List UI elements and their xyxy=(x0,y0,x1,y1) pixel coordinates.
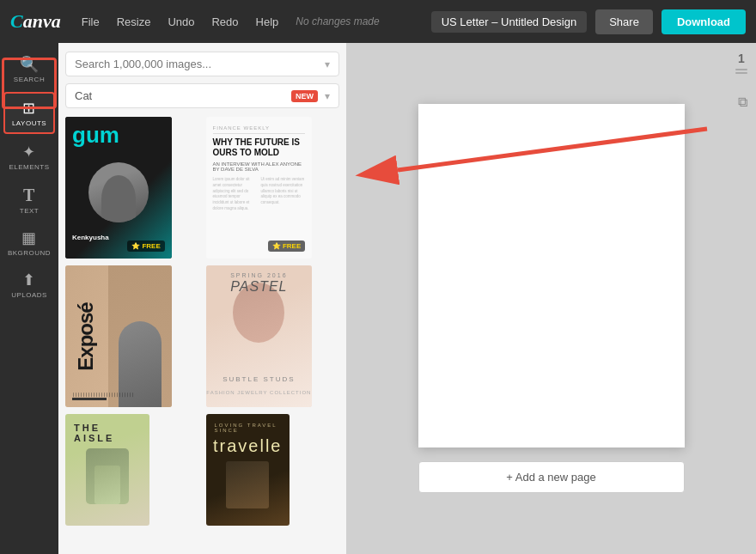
sidebar-label-search: SEARCH xyxy=(14,76,45,83)
gum-title: gum xyxy=(72,124,119,146)
search-chevron-icon: ▾ xyxy=(325,58,330,70)
mag-header: FINANCE WEEKLY xyxy=(213,125,306,134)
sidebar-item-layouts[interactable]: ⊞ LAYOUTS xyxy=(3,92,55,134)
canvas-page xyxy=(418,104,685,447)
sidebar-label-uploads: UPLOADS xyxy=(11,291,47,299)
gum-free-badge: ⭐ FREE xyxy=(127,240,164,252)
new-badge: NEW xyxy=(291,90,318,102)
nav-undo[interactable]: Undo xyxy=(161,12,201,32)
design-title: US Letter – Untitled Design xyxy=(431,11,588,33)
expose-title: Exposé xyxy=(74,302,98,370)
canvas-area: 1 ⧉ + Add a new page xyxy=(346,43,756,554)
nav-resize[interactable]: Resize xyxy=(110,12,158,32)
sidebar-label-text: TEXT xyxy=(20,207,39,215)
travelle-subtitle: LOVING TRAVEL SINCE xyxy=(215,423,282,433)
uploads-icon: ⬆ xyxy=(22,272,36,288)
filter-chevron-icon: ▾ xyxy=(325,90,330,102)
left-sidebar: 🔍 SEARCH ⊞ LAYOUTS ✦ ELEMENTS T TEXT ▦ B… xyxy=(0,43,58,554)
download-button[interactable]: Download xyxy=(662,9,746,34)
sidebar-item-uploads[interactable]: ⬆ UPLOADS xyxy=(3,265,55,304)
pastel-subtitle: SUBTLE STUDS xyxy=(206,375,313,383)
template-card-travelle[interactable]: LOVING TRAVEL SINCE travelle xyxy=(206,414,290,526)
page-number: 1 xyxy=(735,52,747,74)
magazine-free-badge: ⭐ FREE xyxy=(268,240,305,252)
text-icon: T xyxy=(23,186,35,204)
main-layout: 🔍 SEARCH ⊞ LAYOUTS ✦ ELEMENTS T TEXT ▦ B… xyxy=(0,43,756,554)
nav-menu: File Resize Undo Redo Help No changes ma… xyxy=(75,12,431,32)
filter-bar[interactable]: Cat NEW ▾ xyxy=(65,83,339,108)
elements-icon: ✦ xyxy=(22,144,36,160)
background-icon: ▦ xyxy=(21,230,37,246)
template-card-magazine[interactable]: FINANCE WEEKLY WHY THE FUTURE ISOURS TO … xyxy=(206,117,313,259)
page-num-label: 1 xyxy=(738,52,745,65)
sidebar-label-layouts: LAYOUTS xyxy=(12,119,46,127)
travelle-title: travelle xyxy=(213,436,282,456)
sidebar-item-search[interactable]: 🔍 SEARCH xyxy=(3,50,55,88)
nav-right: US Letter – Untitled Design Share Downlo… xyxy=(431,9,746,34)
layouts-icon: ⊞ xyxy=(22,100,36,116)
template-grid: gum Kenkyusha ⭐ FREE FINANCE WEEKLY WHY … xyxy=(65,117,339,526)
pastel-title: PASTEL xyxy=(206,279,313,295)
save-status: No changes made xyxy=(296,15,379,27)
sidebar-item-elements[interactable]: ✦ ELEMENTS xyxy=(3,137,55,176)
share-button[interactable]: Share xyxy=(595,9,653,34)
add-page-button[interactable]: + Add a new page xyxy=(418,461,685,493)
filter-text: Cat xyxy=(75,89,291,102)
pastel-header: SPRING 2016 xyxy=(206,272,313,278)
copy-page-icon[interactable]: ⧉ xyxy=(738,94,747,110)
search-bar[interactable]: ▾ xyxy=(65,52,339,76)
aisle-title: THE AISLE xyxy=(74,423,141,443)
gum-subtitle: Kenkyusha xyxy=(72,234,109,241)
nav-redo[interactable]: Redo xyxy=(204,12,245,32)
template-card-gum[interactable]: gum Kenkyusha ⭐ FREE xyxy=(65,117,172,259)
mag-subtitle: AN INTERVIEW WITH ALEX ANYONEBY DAVE DE … xyxy=(213,161,306,172)
sidebar-item-text[interactable]: T TEXT xyxy=(3,180,55,220)
template-card-expose[interactable]: Exposé |||||||||||||||||||||||| xyxy=(65,265,172,407)
template-card-aisle[interactable]: THE AISLE xyxy=(65,414,149,526)
search-icon: 🔍 xyxy=(20,57,40,72)
page-num-dot-1 xyxy=(735,69,747,70)
templates-panel: ▾ Cat NEW ▾ xyxy=(58,43,346,554)
sidebar-label-background: BKGROUND xyxy=(8,249,51,257)
search-input[interactable] xyxy=(75,58,325,70)
nav-help[interactable]: Help xyxy=(249,12,286,32)
navbar: Canva File Resize Undo Redo Help No chan… xyxy=(0,0,756,43)
mag-title: WHY THE FUTURE ISOURS TO MOLD xyxy=(213,137,306,158)
sidebar-label-elements: ELEMENTS xyxy=(9,163,49,171)
sidebar-item-background[interactable]: ▦ BKGROUND xyxy=(3,223,55,262)
page-num-dot-2 xyxy=(735,72,747,74)
canva-logo[interactable]: Canva xyxy=(10,10,61,33)
template-card-pastel[interactable]: SPRING 2016 PASTEL SUBTLE STUDS FASHION … xyxy=(206,265,313,407)
page-num-dots xyxy=(735,69,747,74)
nav-file[interactable]: File xyxy=(75,12,107,32)
